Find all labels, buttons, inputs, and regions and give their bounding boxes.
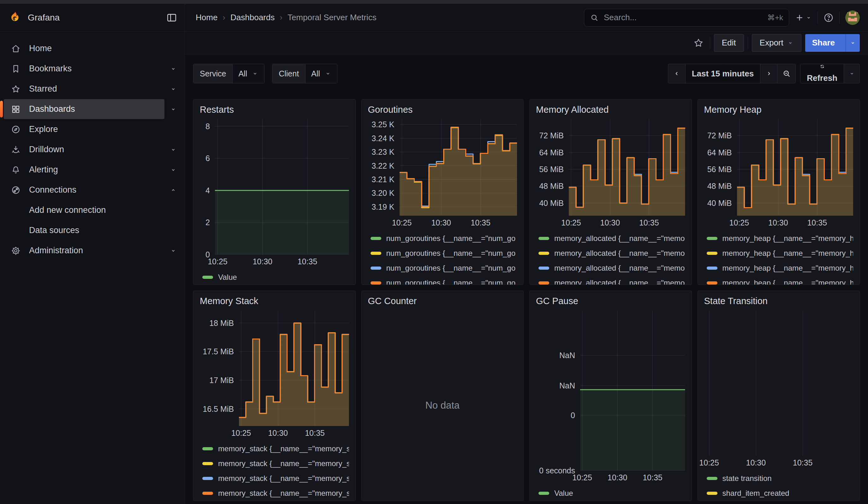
panel-title[interactable]: Memory Allocated bbox=[536, 104, 685, 119]
chevron-down-icon[interactable] bbox=[164, 85, 182, 93]
share-button[interactable]: Share bbox=[805, 34, 860, 52]
legend-color-chip bbox=[707, 267, 717, 270]
panel-title[interactable]: GC Counter bbox=[368, 296, 517, 310]
sidebar-item-starred[interactable]: Starred bbox=[4, 79, 164, 99]
search-box[interactable]: ⌘+k bbox=[584, 9, 789, 27]
panel-title[interactable]: Restarts bbox=[200, 104, 349, 119]
export-button[interactable]: Export bbox=[752, 34, 802, 52]
search-shortcut: ⌘+k bbox=[767, 13, 783, 22]
legend-item[interactable]: memory_heap {__name__="memory_h bbox=[707, 260, 854, 275]
legend-label: memory_heap {__name__="memory_h bbox=[723, 234, 854, 243]
legend-item[interactable]: memory_stack {__name__="memory_s bbox=[202, 471, 349, 486]
chevron-down-icon bbox=[787, 40, 794, 46]
legend-item[interactable]: num_goroutines {__name__="num_go bbox=[371, 260, 517, 275]
legend-item[interactable]: memory_allocated {__name__="memo bbox=[538, 246, 685, 260]
y-tick-label: 48 MiB bbox=[707, 182, 732, 191]
panel-title[interactable]: Memory Stack bbox=[200, 296, 349, 310]
grid-icon bbox=[9, 104, 23, 114]
bell-icon bbox=[9, 165, 23, 175]
drilldown-icon bbox=[9, 145, 23, 154]
zoom-out-button[interactable] bbox=[777, 64, 795, 83]
chevron-up-icon[interactable] bbox=[164, 187, 182, 194]
breadcrumb-item[interactable]: Home bbox=[196, 13, 217, 22]
sidebar-item-connections[interactable]: Connections bbox=[4, 180, 164, 200]
plot-area[interactable] bbox=[215, 119, 349, 255]
legend-item[interactable]: num_goroutines {__name__="num_go bbox=[371, 275, 517, 285]
breadcrumb-item[interactable]: Dashboards bbox=[230, 13, 275, 22]
plot-area[interactable] bbox=[705, 310, 854, 456]
breadcrumb-separator: › bbox=[223, 13, 225, 22]
legend-item[interactable]: state transition bbox=[707, 471, 854, 486]
panel-title[interactable]: GC Pause bbox=[536, 296, 685, 310]
plot-area[interactable] bbox=[569, 119, 685, 216]
sidebar-item-label: Explore bbox=[29, 124, 58, 134]
sidebar-item-drilldown[interactable]: Drilldown bbox=[4, 140, 164, 160]
legend-item[interactable]: num_goroutines {__name__="num_go bbox=[371, 231, 517, 246]
time-range-picker[interactable]: Last 15 minutes bbox=[685, 64, 761, 83]
avatar[interactable] bbox=[845, 10, 860, 25]
plot-area[interactable] bbox=[400, 119, 517, 216]
panel-chart: NaNNaN00 seconds bbox=[536, 310, 685, 471]
x-tick-label: 10:35 bbox=[298, 257, 318, 266]
legend-item[interactable]: memory_heap {__name__="memory_h bbox=[707, 246, 854, 260]
x-axis: 10:2510:3010:35 bbox=[215, 255, 349, 267]
search-input[interactable] bbox=[603, 12, 763, 23]
sidebar-item-administration[interactable]: Administration bbox=[4, 240, 164, 260]
panel-title[interactable]: Goroutines bbox=[368, 104, 517, 119]
refresh-interval-dropdown[interactable] bbox=[844, 64, 859, 83]
plot-area[interactable] bbox=[737, 119, 854, 216]
help-button[interactable] bbox=[824, 13, 834, 23]
sidebar-item-alerting[interactable]: Alerting bbox=[4, 160, 164, 180]
chevron-down-icon bbox=[849, 70, 855, 77]
time-back-button[interactable] bbox=[668, 64, 685, 83]
chevron-down-icon[interactable] bbox=[164, 166, 182, 173]
grafana-logo-icon[interactable] bbox=[8, 11, 21, 24]
sidebar-item-explore[interactable]: Explore bbox=[4, 119, 182, 139]
legend-item[interactable]: Value bbox=[202, 270, 349, 285]
add-new-button[interactable] bbox=[795, 13, 812, 22]
panel-title[interactable]: Memory Heap bbox=[704, 104, 854, 119]
x-tick-label: 10:30 bbox=[600, 218, 620, 227]
window-titlebar bbox=[0, 0, 868, 4]
legend-item[interactable]: memory_heap {__name__="memory_h bbox=[707, 275, 854, 285]
legend-item[interactable]: shard_item_created bbox=[707, 486, 854, 501]
y-tick-label: 6 bbox=[206, 154, 210, 163]
filter-service: Service All bbox=[193, 64, 265, 83]
legend-item[interactable]: memory_allocated {__name__="memo bbox=[538, 260, 685, 275]
sidebar-item-dashboards[interactable]: Dashboards bbox=[4, 99, 164, 119]
plot-area[interactable] bbox=[239, 310, 349, 426]
dashboard-panel: Goroutines 3.25 K3.24 K3.23 K3.22 K3.21 … bbox=[361, 99, 524, 285]
favorite-star-icon[interactable] bbox=[691, 38, 706, 48]
plot-area[interactable] bbox=[580, 310, 685, 471]
chevron-down-icon bbox=[251, 70, 259, 77]
filter-value-dropdown[interactable]: All bbox=[305, 64, 337, 83]
legend-label: memory_allocated {__name__="memo bbox=[554, 234, 685, 243]
panel-title[interactable]: State Transition bbox=[704, 296, 854, 310]
share-dropdown-button[interactable] bbox=[846, 34, 860, 52]
legend-item[interactable]: memory_stack {__name__="memory_s bbox=[202, 486, 349, 501]
sidebar-toggle-icon[interactable] bbox=[166, 12, 177, 23]
sidebar-item-home[interactable]: Home bbox=[4, 39, 182, 59]
y-tick-label: 3.19 K bbox=[372, 202, 394, 211]
refresh-button[interactable]: Refresh bbox=[800, 64, 844, 83]
chevron-down-icon[interactable] bbox=[164, 106, 182, 113]
chevron-down-icon[interactable] bbox=[164, 65, 182, 72]
chevron-down-icon[interactable] bbox=[164, 247, 182, 254]
legend-item[interactable]: memory_allocated {__name__="memo bbox=[538, 231, 685, 246]
legend-item[interactable]: memory_stack {__name__="memory_s bbox=[202, 441, 349, 456]
sidebar-item-add-new-connection[interactable]: Add new connection bbox=[4, 200, 182, 220]
filter-value-dropdown[interactable]: All bbox=[232, 64, 264, 83]
chevron-down-icon[interactable] bbox=[164, 146, 182, 153]
legend-item[interactable]: memory_allocated {__name__="memo bbox=[538, 275, 685, 285]
legend-item[interactable]: memory_stack {__name__="memory_s bbox=[202, 456, 349, 471]
legend-item[interactable]: Value bbox=[538, 486, 685, 501]
dashboard-panel: Memory Allocated 72 MiB64 MiB56 MiB48 Mi… bbox=[529, 99, 692, 285]
panel-chart: 86420 bbox=[200, 119, 349, 255]
legend-item[interactable]: memory_heap {__name__="memory_h bbox=[707, 231, 854, 246]
legend-item[interactable]: num_goroutines {__name__="num_go bbox=[371, 246, 517, 260]
time-forward-button[interactable] bbox=[760, 64, 777, 83]
sidebar-item-data-sources[interactable]: Data sources bbox=[4, 220, 182, 240]
sidebar-item-bookmarks[interactable]: Bookmarks bbox=[4, 59, 164, 79]
edit-button[interactable]: Edit bbox=[714, 34, 744, 52]
divider bbox=[748, 37, 748, 49]
